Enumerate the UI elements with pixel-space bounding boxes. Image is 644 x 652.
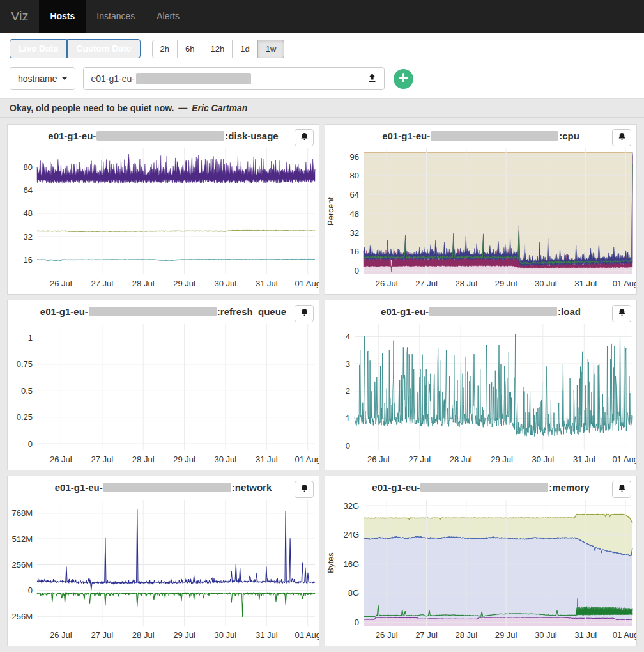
svg-text:32: 32 (24, 232, 33, 242)
svg-text:26 Jul: 26 Jul (376, 279, 398, 288)
chart-plot[interactable]: 08G16G24G32G26 Jul27 Jul28 Jul29 Jul30 J… (325, 496, 636, 642)
svg-text:01 Aug: 01 Aug (295, 454, 319, 464)
svg-text:31 Jul: 31 Jul (574, 279, 597, 288)
svg-text:01 Aug: 01 Aug (613, 630, 636, 640)
custom-date-button[interactable]: Custom Date (67, 39, 140, 58)
svg-text:28 Jul: 28 Jul (132, 279, 155, 288)
field-selector-label: hostname (18, 74, 57, 84)
redacted-hostname (103, 483, 231, 492)
toolbar: Live Data Custom Date 2h6h12h1d1w hostna… (0, 33, 644, 98)
svg-text:27 Jul: 27 Jul (415, 279, 438, 288)
add-host-button[interactable] (394, 69, 413, 89)
svg-text:29 Jul: 29 Jul (495, 630, 518, 640)
svg-text:27 Jul: 27 Jul (415, 630, 438, 640)
chart-panel-refresh_queue: e01-g1-eu-:refresh_queue 00.250.50.75126… (7, 300, 319, 470)
svg-text:1: 1 (346, 414, 350, 423)
chart-panel-disk-usage: e01-g1-eu-:disk-usage 163248648026 Jul27… (7, 124, 319, 295)
svg-text:30 Jul: 30 Jul (215, 279, 237, 288)
svg-text:31 Jul: 31 Jul (573, 454, 595, 464)
svg-text:01 Aug: 01 Aug (295, 630, 319, 640)
quote-bar: Okay, old people need to be quiet now. —… (0, 98, 644, 118)
time-range-group: 2h6h12h1d1w (152, 40, 285, 58)
svg-text:26 Jul: 26 Jul (50, 279, 72, 288)
range-button-12h[interactable]: 12h (203, 40, 233, 58)
alert-bell-button[interactable] (612, 129, 631, 146)
tab-hosts[interactable]: Hosts (39, 0, 86, 33)
range-button-1d[interactable]: 1d (232, 40, 257, 58)
mode-button-group: Live Data Custom Date (10, 39, 141, 58)
range-button-1w[interactable]: 1w (257, 40, 285, 58)
alert-bell-button[interactable] (612, 481, 631, 498)
chart-title: e01-g1-eu-:refresh_queue (8, 305, 319, 320)
svg-text:29 Jul: 29 Jul (495, 279, 518, 288)
host-search-value: e01-g1-eu- (91, 74, 135, 84)
redacted-hostname (136, 73, 251, 84)
svg-text:28 Jul: 28 Jul (455, 279, 477, 288)
range-button-6h[interactable]: 6h (177, 40, 203, 58)
alert-bell-button[interactable] (295, 129, 314, 146)
svg-text:29 Jul: 29 Jul (173, 630, 195, 640)
chart-title: e01-g1-eu-:disk-usage (8, 129, 319, 144)
tab-instances[interactable]: Instances (86, 0, 146, 33)
redacted-hostname (431, 131, 558, 141)
upload-icon (367, 73, 377, 85)
svg-text:48: 48 (350, 209, 359, 219)
chevron-down-icon (62, 77, 67, 80)
svg-text:29 Jul: 29 Jul (173, 279, 195, 288)
alert-bell-button[interactable] (295, 481, 314, 498)
chart-title: e01-g1-eu-:memory (325, 481, 636, 495)
svg-text:31 Jul: 31 Jul (256, 279, 278, 288)
chart-panel-cpu: e01-g1-eu-:cpu 016324864809626 Jul27 Jul… (325, 124, 637, 295)
svg-text:48: 48 (24, 208, 33, 218)
svg-text:28 Jul: 28 Jul (455, 630, 477, 640)
quote-separator: — (178, 103, 187, 113)
svg-text:31 Jul: 31 Jul (574, 630, 597, 640)
svg-text:30 Jul: 30 Jul (535, 630, 557, 640)
chart-plot[interactable]: 0123426 Jul27 Jul28 Jul29 Jul30 Jul31 Ju… (325, 320, 636, 467)
chart-panel-memory: e01-g1-eu-:memory 08G16G24G32G26 Jul27 J… (325, 476, 637, 646)
svg-text:29 Jul: 29 Jul (491, 454, 513, 464)
svg-text:0: 0 (355, 266, 359, 276)
svg-text:30 Jul: 30 Jul (215, 454, 237, 464)
svg-text:64: 64 (350, 190, 359, 199)
svg-text:28 Jul: 28 Jul (132, 630, 155, 640)
chart-plot[interactable]: 00.250.50.75126 Jul27 Jul28 Jul29 Jul30 … (8, 320, 319, 467)
svg-text:27 Jul: 27 Jul (91, 279, 113, 288)
svg-text:0: 0 (28, 586, 33, 595)
host-search-input[interactable]: e01-g1-eu- (83, 67, 360, 90)
bell-icon (300, 484, 309, 495)
svg-text:0.25: 0.25 (17, 412, 33, 422)
field-selector-dropdown[interactable]: hostname (10, 67, 75, 90)
bell-icon (300, 308, 309, 319)
chart-panel-network: e01-g1-eu-:network -256M0256M512M768M26 … (7, 476, 319, 646)
svg-text:0: 0 (28, 439, 33, 449)
alert-bell-button[interactable] (295, 305, 314, 322)
svg-text:26 Jul: 26 Jul (50, 454, 72, 464)
svg-text:0.5: 0.5 (21, 386, 33, 396)
upload-button[interactable] (360, 67, 385, 90)
svg-text:0: 0 (355, 617, 359, 627)
alert-bell-button[interactable] (612, 305, 631, 322)
svg-text:16: 16 (350, 247, 359, 256)
svg-text:1: 1 (28, 333, 33, 343)
svg-text:29 Jul: 29 Jul (173, 454, 195, 464)
chart-plot[interactable]: 163248648026 Jul27 Jul28 Jul29 Jul30 Jul… (8, 144, 319, 291)
svg-text:30 Jul: 30 Jul (532, 454, 555, 464)
chart-title: e01-g1-eu-:cpu (325, 129, 636, 144)
svg-text:768M: 768M (12, 508, 33, 518)
svg-text:16G: 16G (343, 559, 359, 569)
live-data-button[interactable]: Live Data (10, 39, 67, 58)
redacted-hostname (89, 307, 217, 316)
range-button-2h[interactable]: 2h (152, 40, 178, 58)
tab-alerts[interactable]: Alerts (146, 0, 190, 33)
svg-text:Percent: Percent (326, 197, 335, 226)
redacted-hostname (420, 483, 548, 492)
svg-text:31 Jul: 31 Jul (256, 454, 278, 464)
chart-plot[interactable]: -256M0256M512M768M26 Jul27 Jul28 Jul29 J… (8, 496, 319, 642)
svg-text:01 Aug: 01 Aug (295, 279, 319, 288)
svg-text:4: 4 (346, 332, 350, 341)
brand: Viz (0, 0, 39, 33)
quote-text: Okay, old people need to be quiet now. (10, 103, 174, 113)
chart-plot[interactable]: 016324864809626 Jul27 Jul28 Jul29 Jul30 … (325, 144, 636, 291)
svg-text:26 Jul: 26 Jul (376, 630, 398, 640)
